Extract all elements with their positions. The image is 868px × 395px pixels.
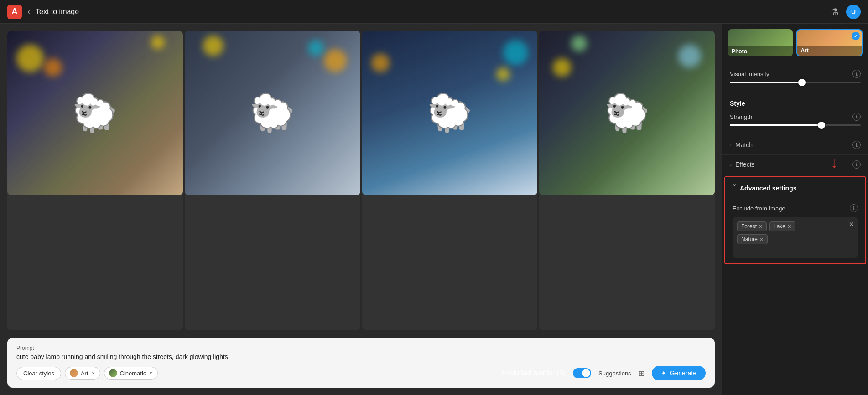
effects-right: ℹ [852,160,861,169]
strength-track [730,124,861,126]
clear-styles-button[interactable]: Clear styles [16,367,61,380]
lamb-emoji-3: 🐑 [362,31,538,195]
suggestions-label: Suggestions [598,370,631,377]
prompt-bar: Prompt cute baby lamb running and smilin… [7,338,715,388]
generated-image-1: 🐑 [7,31,183,195]
advanced-settings-section: ↓ ˅ Advanced settings Exclude from Image… [724,176,866,264]
strength-thumb[interactable] [818,122,825,129]
lamb-emoji-4: 🐑 [539,31,715,195]
images-grid: 🐑 🐑 🐑 [0,24,722,338]
visual-intensity-label: Visual intensity [730,71,769,77]
visual-intensity-section: Visual intensity ℹ [722,62,868,92]
effects-row[interactable]: › Effects ℹ [722,155,868,174]
tag-forest-close[interactable]: ✕ [759,224,763,230]
image-card[interactable]: 🐑 [539,31,715,330]
style-option-photo-label: Photo [728,46,793,56]
strength-fill [730,124,821,126]
effects-chevron: › [730,161,732,168]
generate-icon: ✦ [661,369,666,377]
toggle-knob [582,369,590,377]
match-chevron: › [730,142,732,148]
advanced-settings-title: ˅ Advanced settings [733,184,796,192]
tag-input-area[interactable]: Forest ✕ Lake ✕ Nature ✕ [733,217,858,258]
flask-icon[interactable]: ⚗ [831,6,839,17]
lamb-emoji-1: 🐑 [7,31,183,195]
generate-button[interactable]: ✦ Generate [652,366,706,380]
visual-intensity-slider[interactable] [730,82,861,83]
generate-label: Generate [670,369,696,377]
tag-nature-close[interactable]: ✕ [759,236,764,242]
generated-image-3: 🐑 [362,31,538,195]
exclude-label: Exclude from Image [733,205,785,212]
effects-label: › Effects [730,161,755,168]
excluded-words-toggle[interactable] [573,368,591,378]
generated-image-2: 🐑 [185,31,360,195]
strength-slider[interactable] [730,124,861,126]
image-card[interactable]: 🐑 [185,31,360,330]
match-right: ℹ [852,141,861,149]
right-panel: Photo ✓ Art Visual intensity ℹ Style [722,24,868,395]
exclude-info[interactable]: ℹ [850,204,858,212]
adv-chevron: ˅ [733,184,736,192]
main-area: 🐑 🐑 🐑 [0,24,868,395]
match-info[interactable]: ℹ [852,141,861,149]
art-style-close[interactable]: ✕ [91,370,95,376]
match-label: › Match [730,141,753,149]
image-card[interactable]: 🐑 [7,31,183,330]
adv-title-text: Advanced settings [740,185,796,192]
page-title: Text to image [36,8,79,16]
visual-intensity-row: Visual intensity ℹ [730,70,861,78]
image-card[interactable]: 🐑 [362,31,538,330]
prompt-label: Prompt [16,345,706,351]
art-style-tag[interactable]: Art ✕ [65,367,100,380]
tag-lake-close[interactable]: ✕ [787,224,791,230]
style-selector: Photo ✓ Art [722,24,868,62]
effects-info[interactable]: ℹ [852,160,861,169]
avatar[interactable]: U [846,5,861,19]
cinematic-style-icon [109,369,117,377]
style-section: Style Strength ℹ [722,92,868,135]
content-area: 🐑 🐑 🐑 [0,24,722,395]
tags-row: Forest ✕ Lake ✕ [737,221,853,231]
visual-intensity-info[interactable]: ℹ [852,70,861,78]
slider-fill [730,82,802,83]
style-option-art[interactable]: ✓ Art [796,29,863,56]
cinematic-style-label: Cinematic [120,370,146,377]
art-style-icon [70,369,78,377]
tag-nature-label: Nature [741,236,758,242]
topbar-right: ⚗ U [831,5,861,19]
tag-forest[interactable]: Forest ✕ [737,221,767,231]
slider-thumb[interactable] [798,79,806,86]
suggestions-icon[interactable]: ⊞ [639,369,645,378]
excluded-words-label: Excluded words (3) [501,369,566,377]
exclude-label-row: Exclude from Image ℹ [733,204,858,212]
back-button[interactable]: ‹ [27,7,30,16]
lamb-emoji-2: 🐑 [185,31,360,195]
style-option-art-label: Art [797,46,862,56]
app-logo: A [7,5,22,19]
effects-text: Effects [735,161,755,168]
style-option-photo[interactable]: Photo [728,29,793,56]
strength-info[interactable]: ℹ [852,113,861,121]
tag-lake[interactable]: Lake ✕ [769,221,795,231]
prompt-actions: Clear styles Art ✕ Cinematic ✕ Excluded … [16,366,706,380]
tag-nature[interactable]: Nature ✕ [737,234,768,244]
art-style-label: Art [81,370,88,377]
topbar: A ‹ Text to image ⚗ U [0,0,868,24]
tag-lake-label: Lake [774,223,785,230]
advanced-settings-header[interactable]: ˅ Advanced settings [725,177,865,199]
generated-image-4: 🐑 [539,31,715,195]
strength-label: Strength [730,113,752,120]
advanced-settings-body: Exclude from Image ℹ Forest ✕ Lake ✕ [725,199,865,263]
match-text: Match [735,141,753,149]
cinematic-style-close[interactable]: ✕ [149,370,153,376]
style-section-title: Style [730,100,861,107]
clear-all-tags[interactable]: ✕ [849,221,854,228]
prompt-text: cute baby lamb running and smiling throu… [16,353,706,360]
match-row[interactable]: › Match ℹ [722,135,868,155]
tags-row-2: Nature ✕ [737,234,853,244]
right-actions: Excluded words (3) Suggestions ⊞ ✦ Gener… [501,366,706,380]
cinematic-style-tag[interactable]: Cinematic ✕ [104,367,158,380]
slider-track [730,82,861,83]
strength-row: Strength ℹ [730,113,861,121]
